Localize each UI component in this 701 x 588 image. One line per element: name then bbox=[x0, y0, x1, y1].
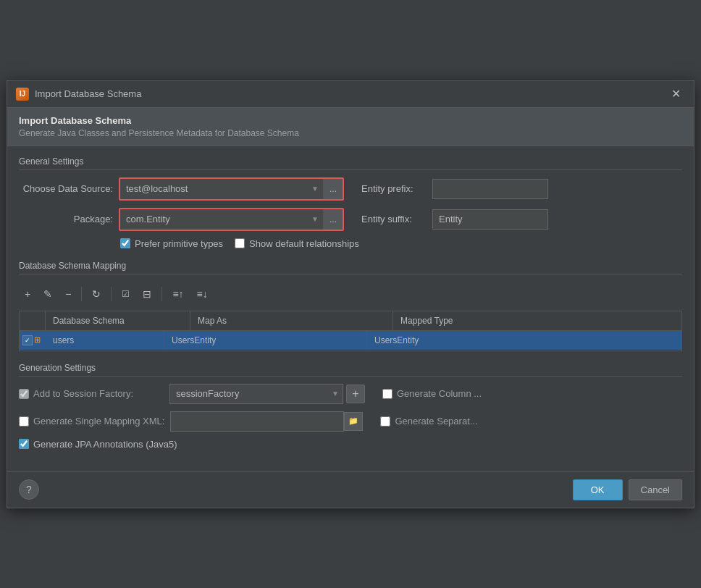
header-subtitle: Generate Java Classes and Persistence Me… bbox=[19, 128, 682, 138]
data-source-label: Choose Data Source: bbox=[19, 183, 113, 194]
toolbar-separator-2 bbox=[111, 287, 112, 301]
prefer-primitive-types-item[interactable]: Prefer primitive types bbox=[120, 238, 223, 249]
show-default-relationships-item[interactable]: Show default relationships bbox=[235, 238, 359, 249]
package-select-wrapper: com.Entity ▼ bbox=[120, 209, 323, 230]
show-default-relationships-checkbox[interactable] bbox=[235, 238, 245, 248]
remove-button[interactable]: − bbox=[59, 285, 77, 303]
table-header: Database Schema Map As Mapped Type bbox=[20, 311, 681, 331]
session-factory-label: Add to Session Factory: bbox=[19, 388, 164, 399]
data-source-row: Choose Data Source: test@localhost ▼ ...… bbox=[19, 177, 682, 201]
th-map-as: Map As bbox=[190, 311, 393, 330]
title-bar: IJ Import Database Schema ✕ bbox=[7, 81, 694, 108]
th-mapped-type: Mapped Type bbox=[393, 311, 681, 330]
generate-column-group: Generate Column ... bbox=[382, 388, 482, 399]
package-row: Package: com.Entity ▼ ... Entity suffix: bbox=[19, 208, 682, 231]
mapping-xml-label: Generate Single Mapping XML: bbox=[19, 416, 164, 427]
import-dialog: IJ Import Database Schema ✕ Import Datab… bbox=[7, 80, 694, 508]
generation-settings-title: Generation Settings bbox=[19, 363, 682, 377]
ok-button[interactable]: OK bbox=[573, 479, 623, 500]
jpa-row: Generate JPA Annotations (Java5) bbox=[19, 439, 682, 450]
entity-prefix-label: Entity prefix: bbox=[361, 183, 427, 194]
session-factory-select-container: sessionFactory ▼ bbox=[169, 384, 343, 404]
align-top-button[interactable]: ≡↑ bbox=[167, 285, 189, 303]
general-settings-title: General Settings bbox=[19, 156, 682, 170]
entity-suffix-label: Entity suffix: bbox=[361, 214, 427, 224]
entity-prefix-input[interactable] bbox=[432, 179, 548, 199]
th-db-schema: Database Schema bbox=[46, 311, 190, 330]
generation-settings-section: Generation Settings Add to Session Facto… bbox=[19, 363, 682, 450]
generate-separate-label: Generate Separat... bbox=[395, 416, 477, 427]
data-source-browse-button[interactable]: ... bbox=[323, 179, 343, 199]
data-source-select-wrapper: test@localhost ▼ bbox=[120, 179, 323, 199]
generate-column-label: Generate Column ... bbox=[397, 388, 482, 399]
data-source-input-group: test@localhost ▼ ... bbox=[119, 177, 344, 201]
schema-toolbar: + ✎ − ↻ ☑ ⊟ ≡↑ ≡↓ bbox=[19, 282, 682, 306]
prefer-primitive-types-label[interactable]: Prefer primitive types bbox=[135, 238, 223, 249]
refresh-button[interactable]: ↻ bbox=[86, 285, 106, 303]
session-factory-add-button[interactable]: + bbox=[346, 385, 365, 403]
toolbar-separator-3 bbox=[161, 287, 162, 301]
general-settings-section: General Settings Choose Data Source: tes… bbox=[19, 156, 682, 249]
row-map-as: UsersEntity bbox=[164, 331, 367, 350]
jpa-label: Generate JPA Annotations (Java5) bbox=[33, 439, 177, 450]
dialog-title: Import Database Schema bbox=[35, 88, 141, 99]
th-indicator bbox=[20, 311, 46, 330]
session-factory-select-wrapper: sessionFactory ▼ + bbox=[169, 384, 365, 404]
mapping-xml-input-group: 📁 bbox=[170, 411, 363, 432]
footer-right: OK Cancel bbox=[573, 479, 682, 500]
app-icon: IJ bbox=[16, 88, 29, 101]
cancel-button[interactable]: Cancel bbox=[629, 479, 682, 500]
session-factory-text: Add to Session Factory: bbox=[33, 388, 133, 399]
data-source-select[interactable]: test@localhost bbox=[120, 179, 323, 199]
title-bar-left: IJ Import Database Schema bbox=[16, 88, 141, 101]
package-select[interactable]: com.Entity bbox=[120, 209, 323, 230]
row-checkbox[interactable]: ✓ bbox=[22, 335, 33, 345]
header-main-title: Import Database Schema bbox=[19, 115, 682, 126]
entity-suffix-group: Entity suffix: bbox=[361, 209, 548, 230]
add-button[interactable]: + bbox=[19, 285, 36, 303]
row-table-icon: ⊞ bbox=[34, 335, 41, 345]
package-label: Package: bbox=[19, 214, 113, 224]
package-browse-button[interactable]: ... bbox=[323, 209, 343, 230]
mapping-xml-text: Generate Single Mapping XML: bbox=[33, 416, 164, 427]
mapping-xml-row: Generate Single Mapping XML: 📁 Generate … bbox=[19, 411, 682, 432]
row-mapped-type: UsersEntity bbox=[367, 331, 681, 350]
show-default-relationships-label[interactable]: Show default relationships bbox=[249, 238, 359, 249]
table-row[interactable]: ✓ ⊞ users UsersEntity UsersEntity bbox=[20, 331, 681, 350]
dialog-footer: ? OK Cancel bbox=[7, 471, 694, 508]
align-bottom-button[interactable]: ≡↓ bbox=[191, 285, 214, 303]
row-indicator: ✓ ⊞ bbox=[20, 331, 46, 350]
mapping-xml-browse-button[interactable]: 📁 bbox=[344, 412, 363, 431]
check-button[interactable]: ☑ bbox=[116, 285, 135, 303]
footer-left: ? bbox=[19, 479, 39, 500]
collapse-button[interactable]: ⊟ bbox=[137, 285, 157, 303]
session-factory-row: Add to Session Factory: sessionFactory ▼… bbox=[19, 384, 682, 404]
mapping-xml-input[interactable] bbox=[170, 411, 344, 432]
generate-separate-group: Generate Separat... bbox=[380, 416, 477, 427]
help-button[interactable]: ? bbox=[19, 479, 39, 500]
db-schema-mapping-section: Database Schema Mapping + ✎ − ↻ ☑ ⊟ ≡↑ ≡… bbox=[19, 261, 682, 351]
db-schema-mapping-title: Database Schema Mapping bbox=[19, 261, 682, 274]
schema-table: Database Schema Map As Mapped Type ✓ ⊞ u… bbox=[19, 311, 682, 351]
session-factory-checkbox[interactable] bbox=[19, 389, 29, 399]
jpa-checkbox[interactable] bbox=[19, 439, 29, 449]
edit-button[interactable]: ✎ bbox=[38, 285, 58, 303]
mapping-xml-checkbox[interactable] bbox=[19, 416, 29, 427]
generate-separate-checkbox[interactable] bbox=[380, 416, 390, 427]
package-input-group: com.Entity ▼ ... bbox=[119, 208, 344, 231]
toolbar-separator-1 bbox=[81, 287, 82, 301]
header-section: Import Database Schema Generate Java Cla… bbox=[7, 108, 694, 146]
row-db-schema: users bbox=[46, 331, 164, 350]
entity-prefix-group: Entity prefix: bbox=[361, 179, 548, 199]
close-button[interactable]: ✕ bbox=[667, 87, 685, 101]
generate-column-checkbox[interactable] bbox=[382, 389, 393, 399]
prefer-primitive-types-checkbox[interactable] bbox=[120, 238, 130, 248]
session-factory-select[interactable]: sessionFactory bbox=[169, 384, 343, 404]
entity-suffix-input[interactable] bbox=[432, 209, 548, 230]
checkboxes-row: Prefer primitive types Show default rela… bbox=[120, 238, 682, 249]
dialog-content: General Settings Choose Data Source: tes… bbox=[7, 146, 694, 471]
